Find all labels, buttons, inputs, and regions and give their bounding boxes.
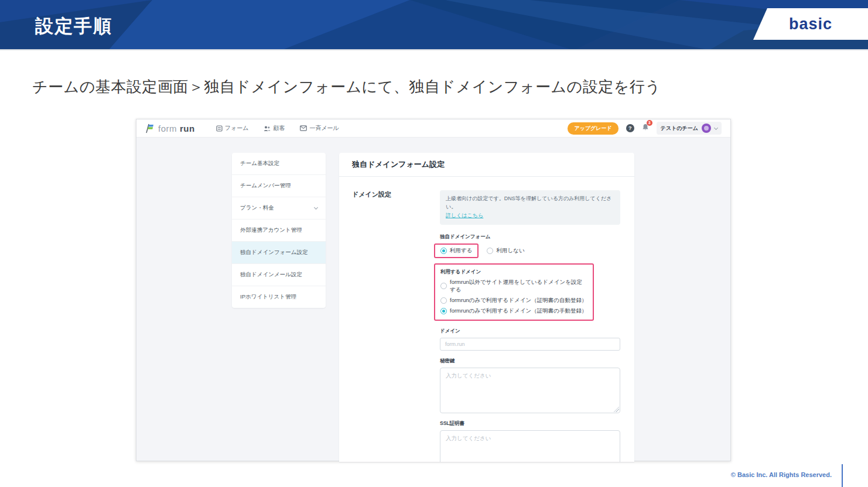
team-avatar (702, 124, 711, 133)
domain-field: ドメイン (440, 328, 620, 351)
topbar-right: アップグレード ? 3 テストのチーム (568, 122, 722, 135)
copyright-text: © Basic Inc. All Rights Reserved. (731, 471, 832, 478)
team-name: テストのチーム (661, 125, 698, 132)
advanced-notice: 上級者向けの設定です。DNS等を理解している方のみ利用してください。 詳しくはこ… (440, 190, 620, 225)
chevron-down-icon (314, 205, 318, 210)
secret-key-label: 秘密鍵 (440, 358, 620, 365)
bulk-mail-icon (300, 125, 307, 131)
sidebar-item-label: プラン・料金 (240, 204, 274, 212)
secret-key-textarea[interactable] (440, 368, 620, 413)
settings-form-column: 上級者向けの設定です。DNS等を理解している方のみ利用してください。 詳しくはこ… (440, 190, 620, 462)
nav-item-label: フォーム (225, 124, 249, 132)
radio-selected-icon[interactable] (440, 308, 447, 314)
sidebar-item-label: 独自ドメインメール設定 (240, 271, 302, 279)
radio-option-external-domain[interactable]: formrun以外でサイト運用をしているドメインを設定する (440, 279, 587, 294)
brand-logo-text: basic (789, 15, 832, 33)
team-selector[interactable]: テストのチーム (657, 122, 722, 135)
radio-label: formrunのみで利用するドメイン（証明書の自動登録） (450, 297, 587, 304)
domain-form-radio-row: 利用する 利用しない (440, 244, 620, 258)
sidebar-item-label: チームメンバー管理 (240, 182, 291, 190)
domain-form-group-label: 独自ドメインフォーム (440, 234, 620, 241)
ssl-cert-field: SSL証明書 (440, 420, 620, 462)
footer-divider (842, 464, 843, 487)
radio-option-formrun-auto-cert[interactable]: formrunのみで利用するドメイン（証明書の自動登録） (440, 297, 587, 304)
nav-item-label: 顧客 (273, 124, 285, 132)
formrun-logo-text-form: form (158, 124, 177, 133)
sidebar-item-ip-whitelist[interactable]: IPホワイトリスト管理 (232, 286, 326, 308)
highlight-box-domain-type: 利用するドメイン formrun以外でサイト運用をしているドメインを設定する f… (434, 263, 594, 321)
sidebar-item-team-members[interactable]: チームメンバー管理 (232, 175, 326, 197)
sidebar-item-label: 外部連携アカウント管理 (240, 227, 302, 234)
domain-form-group: 独自ドメインフォーム 利用する 利用しない (440, 234, 620, 258)
radio-label: formrunのみで利用するドメイン（証明書の手動登録） (450, 307, 587, 315)
chevron-down-icon (714, 125, 718, 129)
formrun-logo-text-run: run (180, 124, 195, 133)
brand-logo: basic (753, 8, 868, 40)
formrun-logo[interactable]: formrun (145, 124, 195, 133)
radio-unselected-icon[interactable] (487, 248, 493, 254)
radio-label: 利用する (450, 247, 472, 255)
sidebar-item-label: チーム基本設定 (240, 160, 279, 167)
radio-unselected-icon[interactable] (440, 297, 447, 304)
sidebar-item-label: 独自ドメインフォーム設定 (240, 249, 308, 256)
page-title: 設定手順 (35, 14, 112, 39)
notifications-button[interactable]: 3 (642, 123, 649, 133)
app-nav: フォーム 顧客 一斉メール (216, 124, 339, 132)
radio-option-formrun-manual-cert[interactable]: formrunのみで利用するドメイン（証明書の手動登録） (440, 307, 587, 315)
settings-sidebar: チーム基本設定 チームメンバー管理 プラン・料金 外部連携アカウント管理 独自ド… (232, 153, 326, 308)
radio-unselected-icon[interactable] (440, 283, 447, 289)
radio-option-use[interactable]: 利用する (440, 247, 472, 255)
sidebar-item-external-accounts[interactable]: 外部連携アカウント管理 (232, 220, 326, 242)
settings-title: 独自ドメインフォーム設定 (339, 153, 634, 177)
section-label: ドメイン設定 (352, 190, 440, 462)
nav-item-label: 一斉メール (309, 124, 339, 132)
settings-main-card: 独自ドメインフォーム設定 ドメイン設定 上級者向けの設定です。DNS等を理解して… (339, 153, 634, 462)
radio-label: 利用しない (496, 247, 524, 255)
app-screenshot: formrun フォーム 顧客 (136, 119, 731, 461)
settings-body: ドメイン設定 上級者向けの設定です。DNS等を理解している方のみ利用してください… (339, 177, 634, 462)
help-icon[interactable]: ? (626, 124, 634, 132)
sidebar-item-plan-pricing[interactable]: プラン・料金 (232, 197, 326, 220)
instruction-text: チームの基本設定画面＞独自ドメインフォームにて、独自ドメインフォームの設定を行う (32, 77, 661, 97)
notification-badge: 3 (647, 120, 652, 126)
formrun-logo-icon (145, 124, 155, 133)
nav-item-bulk-mail[interactable]: 一斉メール (300, 124, 339, 132)
domain-input[interactable] (440, 338, 620, 351)
slide-header: 設定手順 basic (0, 0, 868, 50)
radio-label: formrun以外でサイト運用をしているドメインを設定する (450, 279, 587, 294)
details-link[interactable]: 詳しくはこちら (446, 212, 483, 220)
app-topbar: formrun フォーム 顧客 (136, 119, 730, 138)
form-icon (216, 125, 223, 132)
sidebar-item-custom-domain-form[interactable]: 独自ドメインフォーム設定 (232, 242, 326, 264)
radio-option-not-use[interactable]: 利用しない (487, 247, 524, 255)
highlight-box-use: 利用する (434, 244, 479, 258)
sidebar-item-custom-domain-mail[interactable]: 独自ドメインメール設定 (232, 264, 326, 286)
advanced-notice-text: 上級者向けの設定です。DNS等を理解している方のみ利用してください。 (446, 196, 611, 210)
sidebar-item-label: IPホワイトリスト管理 (240, 293, 296, 301)
ssl-cert-label: SSL証明書 (440, 420, 620, 427)
ssl-cert-textarea[interactable] (440, 430, 620, 462)
nav-item-forms[interactable]: フォーム (216, 124, 249, 132)
domain-field-label: ドメイン (440, 328, 620, 335)
sidebar-item-team-basic[interactable]: チーム基本設定 (232, 153, 326, 175)
upgrade-button[interactable]: アップグレード (568, 122, 618, 135)
domain-type-group-label: 利用するドメイン (440, 269, 587, 276)
customers-icon (264, 125, 271, 132)
secret-key-field: 秘密鍵 (440, 358, 620, 413)
radio-selected-icon[interactable] (440, 248, 447, 254)
nav-item-customers[interactable]: 顧客 (264, 124, 285, 132)
header-geometric-background (0, 0, 868, 50)
